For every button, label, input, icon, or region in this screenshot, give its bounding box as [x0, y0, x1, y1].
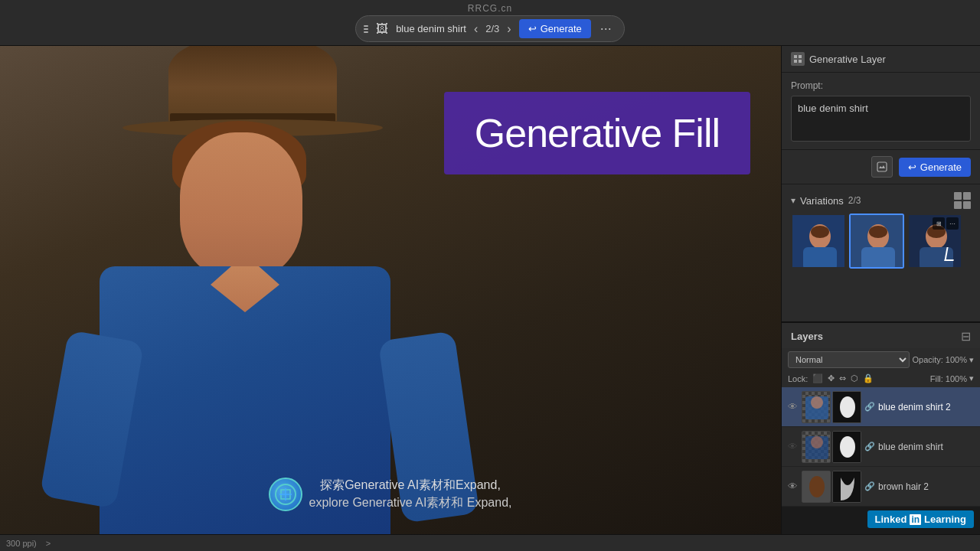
layer-thumb-mask-3	[832, 471, 861, 503]
svg-point-25	[811, 436, 823, 448]
layer-link-icon-3: 🔗	[864, 481, 875, 491]
image-gen-icon-button[interactable]	[871, 156, 893, 178]
opacity-label: Opacity:	[913, 355, 943, 364]
opacity-control: Opacity: 100% ▾	[913, 355, 975, 365]
layer-item-2[interactable]: 👁	[782, 427, 980, 467]
generate-row: ↩ Generate	[782, 150, 980, 184]
variation-thumbnail-1[interactable]	[791, 214, 846, 269]
opacity-value[interactable]: 100%	[946, 355, 967, 364]
svg-rect-9	[803, 247, 837, 269]
toolbar-prompt-text: blue denim shirt	[396, 23, 466, 34]
thumb-more-icon[interactable]: ⋯	[946, 217, 959, 230]
face	[180, 132, 302, 278]
svg-rect-2	[799, 55, 802, 58]
prompt-pill[interactable]: 🖼 blue denim shirt ‹ 2/3 › ↩ Generate ··…	[355, 15, 625, 42]
layers-header-controls: ⊟	[961, 329, 971, 344]
toolbar: RRCG.cn 🖼 blue denim shirt ‹ 2/3 › ↩ Gen…	[0, 0, 980, 46]
subtitle-logo: 探索Generative AI素材和Expand, explore Genera…	[269, 478, 511, 511]
lock-position-icon[interactable]: ✥	[828, 373, 835, 383]
layer-visibility-1[interactable]: 👁	[786, 401, 799, 413]
variation-thumbnail-3[interactable]: ⊞ ⋯	[907, 214, 962, 269]
layer-link-icon-1: 🔗	[864, 402, 875, 412]
opacity-chevron-icon: ▾	[969, 355, 974, 365]
linkedin-text: Linked	[875, 514, 907, 525]
layer-thumb-mask-1	[832, 391, 861, 423]
svg-point-8	[811, 226, 829, 238]
layer-name-2: blue denim shirt	[878, 442, 975, 452]
linkedin-learning: Learning	[924, 514, 966, 525]
panel-spacer	[782, 276, 980, 321]
canvas-area: Generative Fill 探索Generative AI素材和Expand…	[0, 46, 781, 534]
subtitle-text-block: 探索Generative AI素材和Expand, explore Genera…	[309, 478, 511, 511]
layer-thumbs-2	[802, 431, 861, 463]
svg-point-12	[869, 226, 887, 238]
prompt-label: Prompt:	[791, 80, 971, 91]
variations-header: ▾ Variations 2/3	[782, 184, 980, 214]
image-icon: 🖼	[373, 21, 391, 37]
generative-fill-text: Generative Fill	[475, 111, 720, 155]
linkedin-badge[interactable]: Linked in Learning	[867, 510, 974, 528]
hat-crown	[168, 46, 337, 121]
right-panel: Generative Layer Prompt: blue denim shir…	[781, 46, 980, 534]
svg-rect-4	[799, 60, 802, 63]
drag-handle[interactable]	[364, 24, 368, 34]
layer-item-1[interactable]: 👁	[782, 387, 980, 427]
next-variation-button[interactable]: ›	[504, 21, 514, 37]
variations-left: ▾ Variations 2/3	[791, 195, 861, 207]
thumb-grid-icon[interactable]: ⊞	[933, 217, 945, 230]
lock-artboard-icon[interactable]: ⬡	[851, 373, 858, 383]
subtitle-bar: 探索Generative AI素材和Expand, explore Genera…	[0, 478, 781, 511]
lock-pixels-icon[interactable]: ⬛	[812, 373, 823, 383]
subtitle-cjk: 探索Generative AI素材和Expand,	[320, 478, 501, 491]
linkedin-bar: Linked in Learning	[782, 507, 980, 534]
variation-thumbnail-2[interactable]	[849, 214, 904, 269]
watermark: RRCG.cn	[0, 0, 980, 17]
lock-transform-icon[interactable]: ⇔	[839, 373, 846, 383]
thumb-overlay: ⊞ ⋯	[933, 217, 959, 230]
svg-point-29	[809, 476, 825, 497]
more-options-button[interactable]: ···	[596, 19, 616, 38]
prev-variation-button[interactable]: ‹	[471, 21, 481, 37]
grid-view-button[interactable]	[954, 192, 971, 209]
layer-visibility-2[interactable]: 👁	[786, 441, 799, 453]
layers-minimize-button[interactable]: ⊟	[961, 329, 971, 344]
generate-btn-icon: ↩	[908, 161, 916, 173]
svg-rect-3	[794, 60, 797, 63]
layer-name-3: brown hair 2	[878, 481, 975, 492]
linkedin-in: in	[910, 514, 921, 525]
variations-chevron-icon[interactable]: ▾	[791, 195, 795, 206]
prompt-input[interactable]: blue denim shirt	[791, 96, 971, 142]
svg-point-22	[840, 396, 855, 418]
fill-control: Fill: 100% ▾	[930, 373, 974, 383]
subtitle-en: explore Generative AI素材和 Expand,	[309, 495, 511, 511]
fill-label: Fill:	[930, 374, 943, 383]
svg-rect-5	[877, 162, 887, 171]
status-bar: 300 ppi) >	[0, 534, 980, 551]
layer-item-3[interactable]: 👁 🔗 brow	[782, 467, 980, 507]
layer-thumbs-3	[802, 471, 861, 503]
rrcg-icon	[269, 478, 302, 511]
lock-all-icon[interactable]: 🔒	[863, 373, 874, 383]
panel-generate-button[interactable]: ↩ Generate	[899, 158, 971, 177]
variations-counter: 2/3	[848, 195, 861, 206]
fill-chevron-icon: ▾	[969, 373, 974, 383]
prompt-section: Prompt: blue denim shirt	[782, 73, 980, 150]
lock-row: Lock: ⬛ ✥ ⇔ ⬡ 🔒 Fill: 100% ▾	[782, 371, 980, 387]
blend-mode-select[interactable]: Normal Multiply Screen Overlay	[788, 351, 910, 368]
toolbar-generate-button[interactable]: ↩ Generate	[519, 19, 591, 38]
expand-button[interactable]: >	[46, 539, 51, 548]
generative-fill-overlay: Generative Fill	[444, 92, 750, 174]
svg-rect-1	[794, 55, 797, 58]
ppi-status: 300 ppi)	[6, 539, 37, 548]
layer-name-1: blue denim shirt 2	[878, 402, 975, 412]
panel-title: Generative Layer	[809, 54, 886, 65]
layer-thumb-content-2	[802, 431, 831, 463]
thumbnails-row: ⊞ ⋯	[782, 214, 980, 276]
layer-thumb-content-1	[802, 391, 831, 423]
layer-thumbs-1	[802, 391, 861, 423]
properties-header: Generative Layer	[782, 46, 980, 73]
fill-value[interactable]: 100%	[946, 374, 967, 383]
lock-label: Lock:	[788, 374, 808, 383]
layer-visibility-3[interactable]: 👁	[786, 481, 799, 493]
layer-link-icon-2: 🔗	[864, 442, 875, 452]
